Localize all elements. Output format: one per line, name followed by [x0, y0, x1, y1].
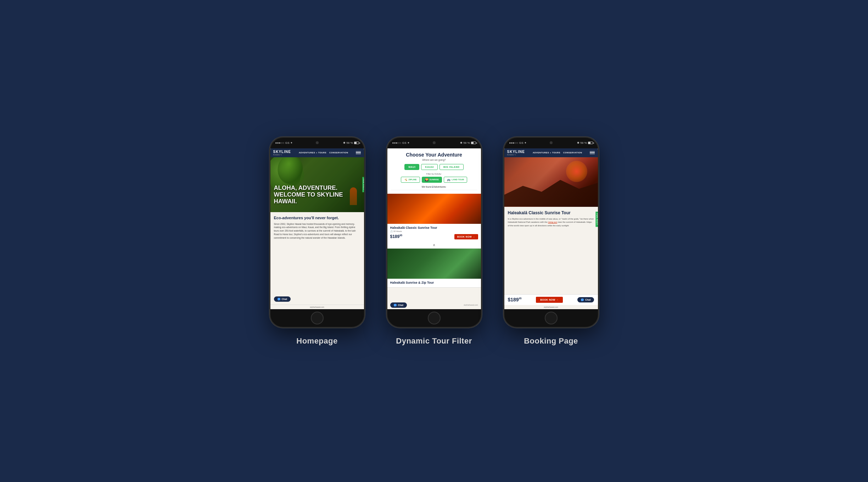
homepage-footer: skylinehawaii.com — [270, 305, 364, 309]
zipline-label: ZIPLINE — [409, 178, 417, 181]
phone-bottom-filter — [387, 309, 481, 327]
filter-subheading: Where are we going? — [391, 159, 477, 161]
tour-duration-1: 🕐 10 Hours — [390, 230, 478, 233]
tour-card-image-1 — [387, 194, 481, 224]
tour-name-2: Haleakalā Sunrise & Zip Tour — [390, 281, 478, 284]
landtour-icon: 🚌 — [447, 178, 450, 181]
homepage-content: Eco-adventures you'll never forget. Sinc… — [270, 212, 364, 305]
logo-name-3: SKYLINE — [507, 150, 525, 154]
zipline-icon: 🤸 — [404, 178, 408, 181]
chat-button-booking[interactable]: Chat — [577, 297, 594, 302]
phone-label-homepage: Homepage — [296, 336, 337, 346]
phone-label-booking: Booking Page — [524, 336, 578, 346]
phone-section-filter: ●●●○○ GS ✦ ✱ 58 % Choose Your Adventure … — [386, 137, 482, 346]
island-btn-kauai[interactable]: KAUAI — [421, 164, 438, 170]
website-url: skylinehawaii.com — [310, 306, 324, 308]
tour-card-image-2 — [387, 249, 481, 279]
sunrise-label: SUNRISE — [430, 178, 439, 181]
homepage-nav: SKYLINE HAWAI'I ADVENTURES + TOURS CONSE… — [270, 148, 364, 157]
phone-label-filter: Dynamic Tour Filter — [396, 336, 472, 346]
booking-tour-name: Haleakalā Classic Sunrise Tour — [508, 210, 594, 215]
battery-icon-3 — [588, 142, 593, 144]
phone-screen-homepage: SKYLINE HAWAI'I ADVENTURES + TOURS CONSE… — [270, 148, 364, 309]
phone-screen-filter: Choose Your Adventure Where are we going… — [387, 148, 481, 309]
phone-bottom-homepage — [270, 309, 364, 327]
hamburger-menu[interactable] — [356, 151, 361, 154]
phone-screen-booking: SKYLINE HAWAI'I ADVENTURES + TOURS CONSE… — [504, 148, 598, 309]
filter-heading: Choose Your Adventure — [391, 152, 477, 158]
clock-icon: 🕐 — [390, 230, 393, 233]
chat-label-2: Chat — [398, 304, 404, 306]
chat-button-homepage[interactable]: Chat — [274, 296, 291, 302]
tour-card-1: Haleakalā Classic Sunrise Tour 🕐 10 Hour… — [387, 194, 481, 249]
status-bar-booking: ●●●○○ GS ✦ ✱ 58 % — [504, 138, 598, 148]
phone-notch-3 — [550, 141, 553, 144]
status-left-filter: ●●●○○ GS ✦ — [392, 141, 410, 144]
nav-links-3: ADVENTURES + TOURS CONSERVATION — [533, 152, 582, 154]
results-count: 2 — [432, 186, 433, 188]
tour-price-row-1: $18995 BOOK NOW → — [390, 234, 478, 239]
chat-label-3: Chat — [585, 299, 591, 301]
home-button-3[interactable] — [545, 312, 558, 324]
skyline-logo: SKYLINE HAWAI'I — [273, 150, 291, 156]
activity-btn-zipline[interactable]: 🤸 ZIPLINE — [401, 177, 420, 183]
chat-bubble-icon — [278, 298, 280, 300]
tour-card-info-1: Haleakalā Classic Sunrise Tour 🕐 10 Hour… — [387, 224, 481, 242]
booking-content: FUN FACT Haleakalā Classic Sunrise Tour … — [504, 207, 598, 294]
nav-adventures-link-3[interactable]: ADVENTURES + TOURS — [533, 152, 560, 154]
website-url-2: skylinehawaii.com — [464, 304, 478, 306]
results-label: We found 2 Adventures: — [391, 186, 477, 190]
nav-conservation-link-3[interactable]: CONSERVATION — [563, 152, 582, 154]
home-button-2[interactable] — [428, 312, 441, 324]
booking-sky-glow — [566, 161, 587, 182]
logo-sub-3: HAWAI'I — [507, 154, 525, 156]
tour-cards-list: Haleakalā Classic Sunrise Tour 🕐 10 Hour… — [387, 194, 481, 301]
island-buttons: MAUI KAUAI BIG ISLAND — [391, 164, 477, 170]
homepage-hero: ALOHA, ADVENTURE. WELCOME TO SKYLINE HAW… — [270, 157, 364, 212]
website-url-3: skylinehawaii.com — [544, 306, 558, 308]
status-right-homepage: ✱ 58 % — [343, 141, 359, 144]
phone-homepage: ●●●○○ GS ✦ ✱ 58 % SKYLINE HAWAI'I ADVENT… — [269, 137, 365, 328]
activity-btn-landtour[interactable]: 🚌 LAND TOUR — [444, 177, 467, 183]
island-btn-maui[interactable]: MAUI — [404, 164, 419, 170]
status-bar-filter: ●●●○○ GS ✦ ✱ 58 % — [387, 138, 481, 148]
booking-hero — [504, 157, 598, 207]
booking-footer: skylinehawaii.com — [504, 305, 598, 309]
booking-tour-body: In a Skyline eco-adventure in the middle… — [508, 217, 594, 228]
phone-section-homepage: ●●●○○ GS ✦ ✱ 58 % SKYLINE HAWAI'I ADVENT… — [269, 137, 365, 346]
phone-filter: ●●●○○ GS ✦ ✱ 58 % Choose Your Adventure … — [386, 137, 482, 328]
filter-header: Choose Your Adventure Where are we going… — [387, 148, 481, 194]
highlight-text: rising sun — [548, 221, 557, 223]
logo-name: SKYLINE — [273, 150, 291, 154]
nav-conservation-link[interactable]: CONSERVATION — [329, 152, 348, 154]
hamburger-menu-3[interactable] — [590, 151, 595, 154]
activity-btn-sunrise[interactable]: 🌄 SUNRISE — [422, 177, 442, 183]
nav-adventures-link[interactable]: ADVENTURES + TOURS — [299, 152, 326, 154]
chat-bubble-icon-3 — [581, 299, 584, 301]
phone-notch-2 — [433, 141, 436, 144]
tour-card-2: Haleakalā Sunrise & Zip Tour — [387, 249, 481, 288]
booking-price: $18995 — [508, 297, 522, 302]
status-right-filter: ✱ 58 % — [460, 141, 476, 144]
eco-body: Since 2002, Skyline Hawaii has hosted th… — [274, 222, 360, 240]
card-expand-1[interactable]: ∧ — [387, 242, 481, 248]
book-now-btn-1[interactable]: BOOK NOW → — [454, 234, 478, 239]
nav-links: ADVENTURES + TOURS CONSERVATION — [299, 152, 348, 154]
phone-booking: ●●●○○ GS ✦ ✱ 58 % SKYLINE HAWAI'I ADVENT… — [503, 137, 599, 328]
chat-button-filter[interactable]: Chat — [390, 302, 407, 308]
logo-sub: HAWAI'I — [273, 154, 291, 156]
island-btn-bigisland[interactable]: BIG ISLAND — [439, 164, 463, 170]
status-right-booking: ✱ 58 % — [577, 141, 593, 144]
status-left-homepage: ●●●○○ GS ✦ — [275, 141, 293, 144]
phone-section-booking: ●●●○○ GS ✦ ✱ 58 % SKYLINE HAWAI'I ADVENT… — [503, 137, 599, 346]
hero-text: ALOHA, ADVENTURE. WELCOME TO SKYLINE HAW… — [274, 185, 360, 205]
book-now-btn-booking[interactable]: BOOK NOW → — [536, 297, 563, 303]
phone-bottom-booking — [504, 309, 598, 327]
home-button[interactable] — [311, 312, 324, 324]
filter-bottom-bar: Chat skylinehawaii.com — [387, 301, 481, 309]
sunrise-icon: 🌄 — [425, 178, 429, 181]
activity-buttons: 🤸 ZIPLINE 🌄 SUNRISE 🚌 LAND TOUR — [391, 177, 477, 183]
phone-notch — [316, 141, 319, 144]
activity-filter-label: Filter by Activity: — [391, 173, 477, 175]
booking-price-bar: $18995 BOOK NOW → Chat — [504, 294, 598, 305]
